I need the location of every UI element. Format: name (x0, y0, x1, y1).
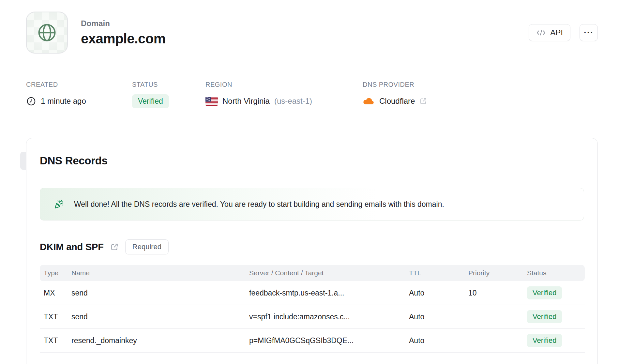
us-flag-icon (205, 97, 218, 106)
dns-records-table: Type Name Server / Content / Target TTL … (40, 265, 585, 353)
dkim-spf-title: DKIM and SPF (40, 242, 104, 252)
domain-avatar (26, 12, 68, 53)
record-status-badge: Verified (527, 286, 562, 299)
record-status-badge: Verified (527, 334, 562, 347)
col-priority: Priority (468, 269, 527, 277)
ellipsis-icon: ··· (584, 28, 594, 38)
party-popper-icon (54, 199, 64, 209)
record-name: resend._domainkey (71, 336, 249, 345)
col-type: Type (44, 269, 71, 277)
record-ttl: Auto (409, 312, 468, 321)
record-priority: 10 (468, 289, 527, 297)
record-status-badge: Verified (527, 310, 562, 323)
required-badge: Required (125, 239, 169, 254)
page-kicker: Domain (81, 19, 166, 28)
col-status: Status (527, 269, 585, 277)
table-row[interactable]: TXT send v=spf1 include:amazonses.c... A… (40, 305, 585, 329)
record-type: TXT (44, 312, 71, 321)
record-type: MX (44, 289, 71, 297)
status-badge: Verified (132, 94, 169, 108)
table-row[interactable]: TXT resend._domainkey p=MIGfMA0GCSqGSIb3… (40, 329, 585, 353)
created-value: 1 minute ago (41, 97, 86, 106)
record-content: feedback-smtp.us-east-1.a... (249, 289, 409, 297)
record-content: v=spf1 include:amazonses.c... (249, 312, 409, 321)
dns-records-card: DNS Records Well done! All the DNS recor… (26, 138, 598, 364)
created-label: CREATED (26, 81, 132, 88)
dns-provider-label: DNS PROVIDER (363, 81, 427, 88)
page-header: Domain example.com API ··· (26, 12, 598, 53)
record-name: send (71, 312, 249, 321)
col-ttl: TTL (409, 269, 468, 277)
domain-meta: CREATED 1 minute ago STATUS Verified REG… (26, 81, 427, 109)
success-banner: Well done! All the DNS records are verif… (40, 188, 584, 220)
status-label: STATUS (132, 81, 205, 88)
clock-icon (26, 96, 36, 106)
api-button[interactable]: API (529, 24, 570, 41)
code-icon (536, 29, 546, 36)
region-value: North Virginia (222, 97, 270, 106)
external-link-icon[interactable] (419, 97, 427, 105)
region-label: REGION (205, 81, 363, 88)
table-row[interactable]: MX send feedback-smtp.us-east-1.a... Aut… (40, 281, 585, 305)
dkim-spf-section-header: DKIM and SPF Required (40, 239, 584, 254)
col-content: Server / Content / Target (249, 269, 409, 277)
table-header-row: Type Name Server / Content / Target TTL … (40, 265, 585, 281)
record-name: send (71, 289, 249, 297)
success-message: Well done! All the DNS records are verif… (74, 200, 444, 209)
card-title: DNS Records (40, 155, 584, 167)
record-content: p=MIGfMA0GCSqGSIb3DQE... (249, 336, 409, 345)
api-button-label: API (550, 28, 563, 37)
more-options-button[interactable]: ··· (580, 24, 598, 41)
record-ttl: Auto (409, 289, 468, 297)
page-title: example.com (81, 31, 166, 47)
region-code: (us-east-1) (274, 97, 312, 106)
globe-icon (36, 22, 58, 44)
dns-provider-value: Cloudflare (379, 97, 415, 106)
external-link-icon[interactable] (110, 243, 119, 251)
cloudflare-icon (363, 97, 375, 105)
col-name: Name (71, 269, 249, 277)
record-type: TXT (44, 336, 71, 345)
record-ttl: Auto (409, 336, 468, 345)
